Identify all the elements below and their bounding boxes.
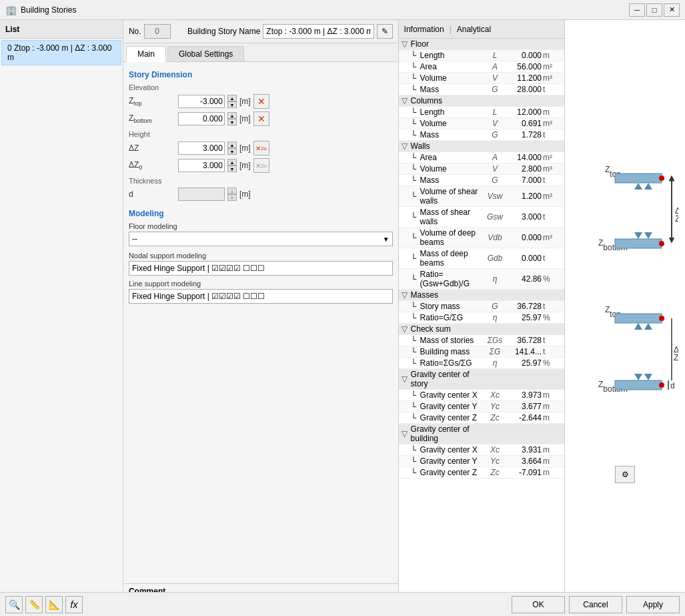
- cancel-button[interactable]: Cancel: [569, 596, 622, 613]
- zbottom-spin-down[interactable]: ▼: [227, 119, 237, 125]
- gravity-story-toggle[interactable]: ▽: [402, 374, 411, 384]
- svg-marker-28: [644, 374, 652, 380]
- dz-row: ΔZ ▲ ▼ [m] ✕2x: [129, 141, 393, 156]
- zbottom-input[interactable]: [178, 112, 225, 125]
- svg-text:Z: Z: [675, 214, 678, 224]
- window-title: Building Stories: [21, 5, 76, 15]
- dz0-row: ΔZ0 ▲ ▼ [m] ✕2x: [129, 158, 393, 173]
- floor-label: Floor: [411, 39, 485, 49]
- walls-mass-shear-row: └ Mass of shear walls Gsw 3.000 t: [399, 207, 564, 228]
- walls-mass-deep-row: └ Mass of deep beams Gdb 0.000 t: [399, 248, 564, 269]
- walls-volume-row: └ Volume V 2.800 m³: [399, 164, 564, 175]
- dz-spinner[interactable]: ▲ ▼: [227, 141, 237, 155]
- measure-button[interactable]: 📏: [25, 596, 43, 613]
- zbottom-unit: [m]: [239, 114, 251, 123]
- maximize-button[interactable]: □: [646, 3, 662, 17]
- d-label: d: [129, 190, 175, 199]
- info-content: ▽ Floor └ Length L 0.000 m └ Area A 56.0…: [399, 39, 564, 593]
- diagram-settings-button[interactable]: ⚙: [615, 466, 635, 483]
- tab-main-content: Story Dimension Elevation Ztop ▲ ▼ [m] ✕…: [123, 62, 398, 583]
- info-panel: Information | Analytical ▽ Floor └ Lengt…: [399, 20, 565, 616]
- d-input: [178, 188, 225, 201]
- name-edit-button[interactable]: ✎: [377, 24, 393, 39]
- floor-section-header: ▽ Floor: [399, 39, 564, 50]
- zbottom-lock-button[interactable]: ✕: [253, 111, 269, 126]
- masses-toggle[interactable]: ▽: [402, 290, 411, 300]
- thickness-label: Thickness: [129, 177, 393, 185]
- middle-panel: No. 0 Building Story Name ✎ Main Global …: [123, 20, 399, 616]
- dz-spin-down[interactable]: ▼: [227, 148, 237, 155]
- dz-input[interactable]: [178, 141, 225, 155]
- zbottom-spinner[interactable]: ▲ ▼: [227, 112, 237, 125]
- name-bar: No. 0 Building Story Name ✎: [123, 20, 398, 43]
- gravity-building-section-header: ▽ Gravity center of building: [399, 424, 564, 444]
- dz-spin-up[interactable]: ▲: [227, 141, 237, 148]
- columns-mass-row: └ Mass G 1.728 t: [399, 129, 564, 141]
- dz0-spinner[interactable]: ▲ ▼: [227, 159, 237, 172]
- info-header: Information | Analytical: [399, 20, 564, 39]
- walls-toggle[interactable]: ▽: [402, 141, 411, 151]
- dz-label: ΔZ: [129, 143, 175, 153]
- ok-button[interactable]: OK: [512, 596, 565, 613]
- dz0-spin-down[interactable]: ▼: [227, 166, 237, 172]
- dz0-input[interactable]: [178, 159, 225, 172]
- ztop-spinner[interactable]: ▲ ▼: [227, 95, 237, 108]
- walls-vol-shear-row: └ Volume of shear walls Vsw 1.200 m³: [399, 186, 564, 207]
- no-value: 0: [144, 24, 171, 39]
- gravity-story-y-row: └ Gravity center Y Yc 3.677 m: [399, 401, 564, 412]
- ztop-spin-up[interactable]: ▲: [227, 95, 237, 101]
- bottom-toolbar: 🔍 📏 📐 fx OK Cancel Apply: [0, 592, 685, 616]
- svg-text:Z0: Z0: [674, 353, 678, 367]
- svg-point-9: [659, 241, 664, 246]
- ztop-spin-down[interactable]: ▼: [227, 101, 237, 108]
- line-support-value: Fixed Hinge Support | ☑☑☑☑ ☐☐☐: [129, 289, 393, 304]
- checksum-mass-stories-row: └ Mass of stories ΣGs 36.728 t: [399, 335, 564, 346]
- dz-lock-button[interactable]: ✕2x: [253, 141, 269, 156]
- tab-global[interactable]: Global Settings: [167, 46, 244, 61]
- search-button[interactable]: 🔍: [5, 596, 23, 613]
- floor-modeling-dropdown[interactable]: -- ▼: [129, 232, 393, 246]
- svg-point-22: [659, 382, 664, 388]
- dz0-spin-up[interactable]: ▲: [227, 159, 237, 166]
- floor-modeling-label: Floor modeling: [129, 222, 393, 230]
- tab-main[interactable]: Main: [126, 46, 166, 62]
- gravity-building-z-row: └ Gravity center Z Zc -7.091 m: [399, 467, 564, 479]
- info-header-title1: Information: [404, 25, 444, 34]
- app-icon: 🏢: [5, 5, 17, 15]
- line-support-label: Line support modeling: [129, 280, 393, 288]
- dz0-lock-button[interactable]: ✕2x: [253, 158, 269, 173]
- gravity-story-x-row: └ Gravity center X Xc 3.973 m: [399, 390, 564, 401]
- gravity-building-toggle[interactable]: ▽: [402, 429, 411, 438]
- floor-toggle[interactable]: ▽: [402, 39, 411, 49]
- list-panel: List 0 Ztop : -3.000 m | ΔZ : 3.000 m ⊞ …: [0, 20, 123, 616]
- story-name-input[interactable]: [263, 24, 374, 39]
- walls-ratio-row: └ Ratio=(Gsw+Gdb)/G η 42.86 %: [399, 269, 564, 290]
- ztop-lock-button[interactable]: ✕: [253, 94, 269, 109]
- list-item[interactable]: 0 Ztop : -3.000 m | ΔZ : 3.000 m: [1, 40, 121, 65]
- apply-button[interactable]: Apply: [626, 596, 680, 613]
- svg-marker-27: [634, 374, 642, 380]
- floor-length-row: └ Length L 0.000 m: [399, 50, 564, 61]
- angle-button[interactable]: 📐: [45, 596, 63, 613]
- info-header-title2: Analytical: [457, 25, 491, 34]
- columns-toggle[interactable]: ▽: [402, 96, 411, 105]
- walls-vol-deep-row: └ Volume of deep beams Vdb 0.000 m³: [399, 228, 564, 248]
- checksum-building-mass-row: └ Building mass ΣG 141.4... t: [399, 346, 564, 358]
- d-row: d ▲ ▼ [m]: [129, 188, 393, 201]
- zbottom-spin-up[interactable]: ▲: [227, 112, 237, 119]
- gravity-building-x-row: └ Gravity center X Xc 3.931 m: [399, 444, 564, 456]
- masses-ratio-row: └ Ratio=G/ΣG η 25.97 %: [399, 312, 564, 324]
- svg-rect-15: [615, 314, 662, 323]
- svg-marker-12: [634, 232, 642, 239]
- minimize-button[interactable]: ─: [629, 3, 645, 17]
- formula-button[interactable]: fx: [65, 596, 83, 613]
- checksum-toggle[interactable]: ▽: [402, 324, 411, 334]
- ztop-input[interactable]: [178, 95, 225, 108]
- svg-point-16: [659, 316, 664, 321]
- no-label: No.: [129, 27, 141, 36]
- dz-unit: [m]: [239, 143, 251, 153]
- floor-volume-row: └ Volume V 11.200 m³: [399, 73, 564, 84]
- svg-point-2: [659, 176, 664, 181]
- columns-volume-row: └ Volume V 0.691 m³: [399, 118, 564, 129]
- close-button[interactable]: ✕: [664, 3, 680, 17]
